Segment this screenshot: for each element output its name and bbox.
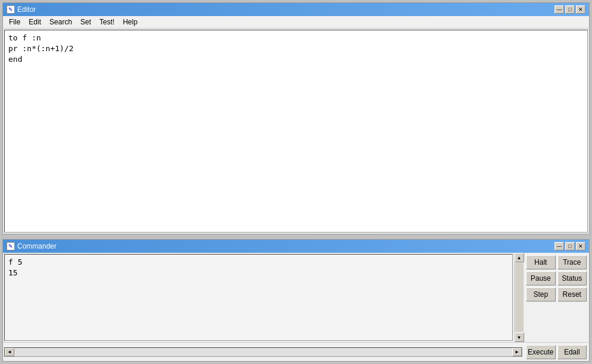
menu-file[interactable]: File	[5, 17, 24, 27]
menu-set[interactable]: Set	[77, 17, 95, 27]
commander-output[interactable]: f 5 15	[4, 254, 513, 341]
editor-minimize-button[interactable]: —	[555, 5, 564, 14]
commander-titlebar-left: ✎ Commander	[7, 242, 57, 250]
editor-icon: ✎	[7, 5, 15, 14]
editor-controls: — □ ✕	[555, 5, 585, 14]
commander-window: ✎ Commander — □ ✕ f 5 15 ▲ ▼ Halt Trace …	[2, 239, 590, 362]
commander-titlebar: ✎ Commander — □ ✕	[3, 240, 589, 253]
status-button[interactable]: Status	[557, 271, 587, 285]
window-separator	[0, 236, 592, 238]
buttons-row-2: Pause Status	[526, 271, 587, 285]
editor-window: ✎ Editor — □ ✕ File Edit Search Set Test…	[2, 2, 590, 234]
pause-button[interactable]: Pause	[526, 271, 556, 285]
trace-button[interactable]: Trace	[557, 255, 587, 269]
menu-search[interactable]: Search	[46, 17, 76, 27]
editor-content[interactable]: to f :n pr :n*(:n+1)/2 end	[4, 30, 588, 233]
scroll-thumb[interactable]	[515, 263, 524, 332]
menu-edit[interactable]: Edit	[25, 17, 45, 27]
reset-button[interactable]: Reset	[557, 287, 587, 302]
step-button[interactable]: Step	[526, 287, 556, 302]
commander-controls: — □ ✕	[555, 242, 585, 250]
scroll-right-arrow[interactable]: ▶	[512, 348, 522, 356]
commander-body: f 5 15 ▲ ▼ Halt Trace Pause Status Step …	[3, 253, 589, 342]
editor-maximize-button[interactable]: □	[565, 5, 575, 14]
scroll-left-arrow[interactable]: ◀	[5, 348, 14, 356]
commander-buttons: Halt Trace Pause Status Step Reset	[524, 253, 589, 342]
edall-button[interactable]: Edall	[557, 345, 587, 359]
commander-icon: ✎	[7, 242, 15, 250]
output-scrollbar-horizontal[interactable]: ◀ ▶	[4, 347, 522, 357]
output-scrollbar-vertical[interactable]: ▲ ▼	[514, 253, 524, 342]
editor-title: Editor	[17, 5, 36, 14]
scroll-up-arrow[interactable]: ▲	[515, 253, 524, 262]
buttons-row-3: Step Reset	[526, 287, 587, 302]
editor-close-button[interactable]: ✕	[576, 5, 585, 14]
bottom-buttons: Execute Edall	[524, 343, 589, 362]
buttons-row-1: Halt Trace	[526, 255, 587, 269]
commander-close-button[interactable]: ✕	[576, 242, 585, 250]
menu-help[interactable]: Help	[119, 17, 141, 27]
halt-button[interactable]: Halt	[526, 255, 556, 269]
commander-maximize-button[interactable]: □	[565, 242, 575, 250]
menu-test[interactable]: Test!	[96, 17, 118, 27]
editor-titlebar: ✎ Editor — □ ✕	[3, 3, 589, 16]
titlebar-left: ✎ Editor	[7, 5, 36, 14]
commander-minimize-button[interactable]: —	[555, 242, 564, 250]
execute-button[interactable]: Execute	[526, 345, 556, 359]
commander-bottom: ◀ ▶ Execute Edall	[3, 342, 589, 361]
editor-code: to f :n pr :n*(:n+1)/2 end	[8, 33, 584, 65]
scroll-down-arrow[interactable]: ▼	[515, 332, 524, 342]
commander-title: Commander	[17, 242, 57, 250]
output-text: f 5 15	[8, 257, 509, 278]
editor-menubar: File Edit Search Set Test! Help	[3, 16, 589, 29]
